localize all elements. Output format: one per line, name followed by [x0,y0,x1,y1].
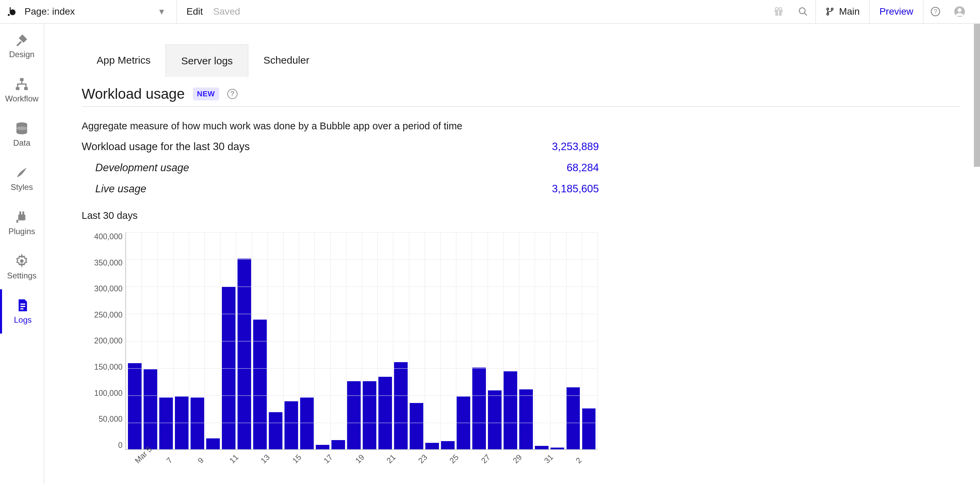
svg-rect-23 [16,220,18,223]
x-tick: 15 [291,453,303,465]
chart-bar[interactable] [550,447,564,449]
svg-point-24 [20,260,24,263]
chart-bar[interactable] [519,389,533,449]
nav-styles[interactable]: Styles [0,156,43,201]
chart-bar[interactable] [191,398,204,449]
svg-rect-16 [16,87,20,90]
x-axis-ticks: Mar 57911131517192123252729312 [125,453,598,480]
chart-bar[interactable] [159,398,173,449]
nav-label: Data [13,138,30,148]
edit-label[interactable]: Edit [186,6,203,17]
y-tick: 350,000 [94,258,123,267]
chart-bar[interactable] [206,438,220,449]
nav-label: Design [9,50,35,59]
svg-text:?: ? [934,8,937,15]
svg-rect-26 [21,306,25,307]
y-tick: 200,000 [94,336,123,345]
x-tick: 25 [448,453,460,465]
nav-plugins[interactable]: Plugins [0,201,43,245]
search-icon[interactable] [791,0,815,23]
edit-status: Edit Saved [177,0,250,23]
nav-label: Settings [7,271,37,280]
svg-point-6 [799,8,805,14]
y-tick: 150,000 [94,363,123,372]
help-icon[interactable]: ? [227,89,237,99]
chart-bar[interactable] [347,381,361,449]
svg-rect-25 [21,304,25,305]
help-icon[interactable]: ? [923,0,947,23]
topbar-right: Main Preview ? [766,0,972,23]
chart-bar[interactable] [425,443,439,449]
chart-bar[interactable] [472,368,486,449]
chart-bar[interactable] [143,369,157,449]
saved-label: Saved [213,6,240,17]
svg-point-4 [775,8,778,10]
svg-line-7 [804,13,807,16]
chart-bar[interactable] [253,320,267,449]
chart-bar[interactable] [441,441,455,449]
branch-icon [826,7,834,16]
svg-point-9 [827,13,828,15]
stat-live: Live usage 3,185,605 [82,183,599,195]
stat-label: Workload usage for the last 30 days [82,140,552,153]
chart-plot-area [125,232,598,450]
stat-label: Live usage [82,183,552,195]
chart-bar[interactable] [331,440,345,449]
page-selector[interactable]: Page: index ▾ [21,0,177,23]
tab-server-logs[interactable]: Server logs [165,44,248,77]
x-tick: 17 [322,453,334,465]
stat-label: Development usage [82,162,566,174]
svg-rect-17 [24,87,28,90]
nav-workflow[interactable]: Workflow [0,68,43,112]
section-header: Workload usage NEW ? [82,77,960,107]
x-tick: 31 [542,453,555,465]
svg-point-0 [8,14,10,16]
nav-design[interactable]: Design [0,24,43,68]
y-axis-ticks: 400,000350,000300,000250,000200,000150,0… [82,232,123,450]
svg-point-5 [779,8,782,10]
chart-bar[interactable] [504,371,517,449]
page-name: index [52,6,75,17]
chart-bar[interactable] [488,390,501,449]
chart-bar[interactable] [379,377,392,449]
nav-label: Workflow [5,94,38,103]
svg-point-8 [827,8,828,10]
svg-rect-22 [22,211,24,215]
nav-data[interactable]: Data [0,112,43,156]
bubble-logo[interactable] [0,0,21,23]
svg-rect-15 [20,78,24,81]
nav-settings[interactable]: Settings [0,245,43,289]
chart-bar[interactable] [363,381,376,449]
chart-bar[interactable] [237,259,251,449]
chart-bar[interactable] [582,408,595,449]
x-tick: 9 [196,456,205,465]
tab-scheduler[interactable]: Scheduler [248,44,324,77]
svg-rect-21 [19,211,21,215]
chart-bar[interactable] [285,401,298,449]
nav-logs[interactable]: Logs [0,289,43,334]
stat-value: 3,185,605 [552,183,599,195]
scrollbar[interactable] [974,24,980,167]
gift-icon[interactable] [766,0,791,23]
account-icon[interactable] [947,0,972,23]
preview-link[interactable]: Preview [869,0,923,23]
chart-bar[interactable] [410,403,423,449]
chart-bar[interactable] [300,398,314,449]
chart-bar[interactable] [128,363,142,449]
tab-app-metrics[interactable]: App Metrics [82,44,165,77]
chart-bar[interactable] [269,412,282,449]
y-tick: 0 [118,441,123,450]
page-label-prefix: Page: [24,6,49,17]
new-badge: NEW [193,88,219,100]
nav-label: Logs [14,315,32,325]
nav-label: Styles [11,182,33,192]
chart-bar[interactable] [394,362,408,449]
branch-selector[interactable]: Main [815,0,869,23]
svg-rect-27 [21,308,24,310]
chart-bar[interactable] [566,387,580,449]
nav-label: Plugins [8,227,35,236]
stat-total: Workload usage for the last 30 days 3,25… [82,140,599,153]
chart-bar[interactable] [535,446,549,449]
chart-bar[interactable] [316,445,329,449]
left-nav: Design Workflow Data Styles Plugins Sett… [0,24,44,484]
